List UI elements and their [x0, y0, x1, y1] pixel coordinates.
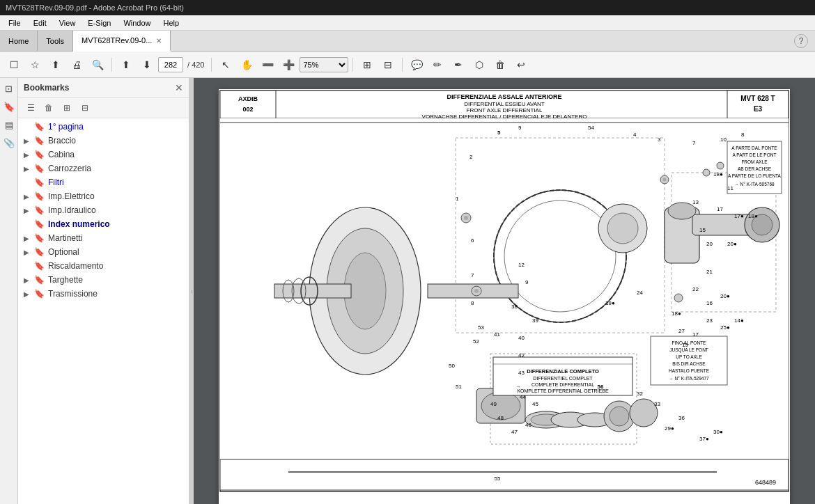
bookmark-label-cabina: Cabina: [48, 150, 75, 159]
page-number-input[interactable]: [158, 57, 183, 72]
sidebar-delete-btn[interactable]: 🗑: [40, 100, 57, 116]
svg-text:20●: 20●: [720, 293, 730, 299]
svg-text:DIFFERENZIALE ASSALE ANTERIORE: DIFFERENZIALE ASSALE ANTERIORE: [447, 93, 562, 100]
bookmark-item-imp-idraulico[interactable]: ▶ 🔖 Imp.Idraulico: [18, 203, 189, 217]
zoom-select[interactable]: 75%: [300, 57, 348, 72]
pdf-diagram: AXDIB 002 DIFFERENZIALE ASSALE ANTERIORE…: [219, 89, 790, 493]
main-layout: ⊡ 🔖 ▤ 📎 Bookmarks ✕ ☰ 🗑 ⊞ ⊟ 🔖 1° pagina …: [0, 78, 815, 504]
toolbar-delete-btn[interactable]: 🗑: [490, 55, 510, 74]
menu-edit[interactable]: Edit: [28, 17, 52, 29]
toolbar-hand-btn[interactable]: ✋: [237, 55, 256, 74]
tab-document-label: MVT628TRev.09-0...: [82, 36, 152, 45]
bookmark-item-imp-elettrico[interactable]: ▶ 🔖 Imp.Elettrico: [18, 189, 189, 203]
toolbar-sep-4: [402, 58, 403, 72]
svg-text:46: 46: [525, 422, 531, 428]
bookmark-item-riscaldamento[interactable]: 🔖 Riscaldamento: [18, 259, 189, 273]
svg-text:33: 33: [654, 401, 660, 407]
tab-tools[interactable]: Tools: [38, 31, 73, 51]
svg-text:20●: 20●: [727, 241, 737, 247]
toolbar-sep-3: [352, 58, 353, 72]
bookmark-item-pagina[interactable]: 🔖 1° pagina: [18, 120, 189, 134]
bookmark-label-pagina: 1° pagina: [48, 122, 84, 132]
bookmark-item-carrozzeria[interactable]: ▶ 🔖 Carrozzeria: [18, 162, 189, 175]
svg-text:55: 55: [495, 475, 501, 482]
toolbar-cloud-btn[interactable]: ⬆: [46, 55, 65, 74]
toolbar-marquee-btn[interactable]: ⊟: [378, 55, 398, 74]
menu-bar: File Edit View E-Sign Window Help: [0, 15, 815, 31]
svg-text:29●: 29●: [665, 425, 674, 432]
svg-text:53: 53: [478, 324, 484, 331]
strip-cursor-btn[interactable]: ⊡: [1, 81, 17, 96]
sidebar-options-btn[interactable]: ☰: [22, 100, 39, 116]
svg-text:DIFFERENTIAL ESSIEU AVANT: DIFFERENTIAL ESSIEU AVANT: [464, 101, 545, 107]
toolbar-magnify-btn[interactable]: 🔍: [88, 55, 107, 74]
tab-close-button[interactable]: ✕: [156, 37, 162, 45]
svg-text:45: 45: [532, 401, 538, 407]
menu-view[interactable]: View: [54, 17, 82, 29]
tab-help-area: ?: [787, 31, 815, 51]
svg-text:12: 12: [518, 262, 525, 268]
svg-text:2: 2: [469, 154, 473, 160]
svg-point-39: [717, 162, 724, 169]
strip-bookmark-btn[interactable]: 🔖: [1, 99, 17, 114]
page-total: / 420: [187, 61, 204, 69]
bookmark-item-filtri[interactable]: 🔖 Filtri: [18, 175, 189, 189]
bookmark-item-optional[interactable]: ▶ 🔖 Optional: [18, 245, 189, 259]
sidebar-expand-btn[interactable]: ⊞: [59, 100, 75, 116]
sidebar-collapse-btn[interactable]: ⊟: [77, 100, 93, 116]
svg-rect-2: [220, 90, 276, 118]
toolbar-next-btn[interactable]: ⬇: [137, 55, 157, 74]
toolbar-highlight-btn[interactable]: ✏: [428, 55, 447, 74]
help-icon[interactable]: ?: [794, 34, 808, 48]
svg-text:UP TO AXLE: UP TO AXLE: [676, 354, 702, 359]
pdf-area[interactable]: AXDIB 002 DIFFERENZIALE ASSALE ANTERIORE…: [194, 78, 815, 504]
menu-help[interactable]: Help: [158, 17, 185, 29]
bookmark-item-targhette[interactable]: ▶ 🔖 Targhette: [18, 273, 189, 287]
toolbar-prev-btn[interactable]: ⬆: [116, 55, 136, 74]
svg-text:32: 32: [637, 391, 643, 397]
menu-window[interactable]: Window: [118, 17, 156, 29]
svg-text:4: 4: [633, 132, 637, 138]
left-strip: ⊡ 🔖 ▤ 📎: [0, 78, 18, 504]
svg-text:A PARTE DE LO PUENTA: A PARTE DE LO PUENTA: [728, 173, 782, 178]
toolbar-add-btn[interactable]: ☐: [4, 55, 24, 74]
bookmark-icon-index: 🔖: [34, 219, 45, 229]
toolbar-undo-btn[interactable]: ↩: [511, 55, 531, 74]
strip-attach-btn[interactable]: 📎: [1, 135, 17, 150]
expand-arrow-martinetti: ▶: [24, 235, 32, 242]
tab-home[interactable]: Home: [0, 31, 38, 51]
strip-page-btn[interactable]: ▤: [1, 117, 17, 132]
svg-text:25●: 25●: [720, 324, 730, 331]
toolbar-layout-btn[interactable]: ⊞: [357, 55, 377, 74]
toolbar-print-btn[interactable]: 🖨: [67, 55, 86, 74]
bookmark-item-index[interactable]: 🔖 Index numerico: [18, 217, 189, 231]
tab-document[interactable]: MVT628TRev.09-0... ✕: [73, 31, 171, 52]
svg-text:51: 51: [456, 384, 462, 390]
toolbar-comment-btn[interactable]: 💬: [407, 55, 426, 74]
toolbar-stamp-btn[interactable]: ⬡: [469, 55, 489, 74]
bookmark-item-braccio[interactable]: ▶ 🔖 Braccio: [18, 134, 189, 148]
svg-text:13: 13: [692, 199, 699, 205]
svg-text:49: 49: [490, 401, 497, 407]
menu-esign[interactable]: E-Sign: [82, 17, 116, 29]
menu-file[interactable]: File: [3, 17, 26, 29]
svg-text:19: 19: [682, 342, 688, 348]
toolbar-pen-btn[interactable]: ✒: [449, 55, 468, 74]
title-bar: MVT628TRev.09-09.pdf - Adobe Acrobat Pro…: [0, 0, 815, 15]
svg-text:9: 9: [525, 279, 529, 285]
bookmark-item-cabina[interactable]: ▶ 🔖 Cabina: [18, 148, 189, 162]
bookmark-item-trasmissione[interactable]: ▶ 🔖 Trasmissione: [18, 287, 189, 301]
bookmark-item-martinetti[interactable]: ▶ 🔖 Martinetti: [18, 231, 189, 245]
expand-arrow-braccio: ▶: [24, 137, 32, 145]
tab-home-label: Home: [8, 37, 29, 45]
bookmark-label-optional: Optional: [48, 247, 79, 257]
svg-text:DIFFERENTIEL COMPLET: DIFFERENTIEL COMPLET: [533, 376, 593, 381]
toolbar-zoom-in-btn[interactable]: ➕: [279, 55, 298, 74]
toolbar-bookmark-btn[interactable]: ☆: [25, 55, 45, 74]
svg-text:5: 5: [497, 129, 501, 136]
toolbar-zoom-out-btn[interactable]: ➖: [258, 55, 277, 74]
sidebar-close-button[interactable]: ✕: [175, 82, 183, 93]
toolbar-select-btn[interactable]: ↖: [216, 55, 235, 74]
bookmark-label-riscaldamento: Riscaldamento: [48, 261, 103, 271]
svg-text:52: 52: [473, 338, 479, 345]
